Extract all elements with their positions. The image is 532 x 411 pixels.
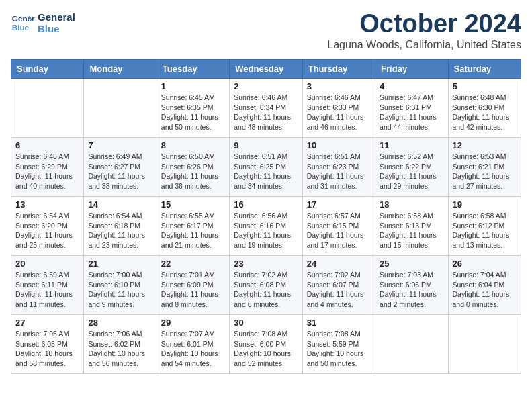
day-info: Sunrise: 6:54 AMSunset: 6:20 PMDaylight:…: [15, 211, 79, 250]
day-number: 10: [307, 140, 371, 150]
day-info: Sunrise: 6:55 AMSunset: 6:17 PMDaylight:…: [161, 211, 225, 250]
day-number: 16: [234, 199, 298, 210]
calendar-day-cell: 15Sunrise: 6:55 AMSunset: 6:17 PMDayligh…: [157, 197, 229, 256]
day-number: 27: [15, 318, 79, 328]
day-number: 2: [234, 81, 298, 91]
day-number: 18: [380, 199, 443, 210]
day-info: Sunrise: 6:53 AMSunset: 6:21 PMDaylight:…: [453, 152, 517, 191]
day-info: Sunrise: 6:46 AMSunset: 6:34 PMDaylight:…: [234, 93, 298, 132]
calendar-day-cell: 26Sunrise: 7:04 AMSunset: 6:04 PMDayligh…: [448, 256, 521, 315]
day-number: 8: [161, 140, 225, 150]
calendar-day-cell: 19Sunrise: 6:58 AMSunset: 6:12 PMDayligh…: [448, 197, 521, 256]
day-info: Sunrise: 6:51 AMSunset: 6:25 PMDaylight:…: [234, 152, 298, 191]
day-info: Sunrise: 7:06 AMSunset: 6:02 PMDaylight:…: [88, 329, 152, 369]
day-info: Sunrise: 7:02 AMSunset: 6:07 PMDaylight:…: [307, 270, 371, 310]
day-info: Sunrise: 6:56 AMSunset: 6:16 PMDaylight:…: [234, 211, 298, 250]
calendar-day-cell: 2Sunrise: 6:46 AMSunset: 6:34 PMDaylight…: [230, 79, 302, 138]
calendar-day-cell: 3Sunrise: 6:46 AMSunset: 6:33 PMDaylight…: [302, 79, 375, 138]
calendar-day-cell: 4Sunrise: 6:47 AMSunset: 6:31 PMDaylight…: [375, 79, 448, 138]
day-info: Sunrise: 6:50 AMSunset: 6:26 PMDaylight:…: [161, 152, 225, 191]
calendar-day-cell: 18Sunrise: 6:58 AMSunset: 6:13 PMDayligh…: [375, 197, 448, 256]
day-number: 22: [161, 259, 225, 269]
calendar-week-row: 27Sunrise: 7:05 AMSunset: 6:03 PMDayligh…: [11, 315, 521, 374]
day-info: Sunrise: 6:45 AMSunset: 6:35 PMDaylight:…: [161, 93, 225, 132]
calendar-day-cell: 13Sunrise: 6:54 AMSunset: 6:20 PMDayligh…: [11, 197, 84, 256]
day-number: 28: [88, 318, 152, 328]
location-subtitle: Laguna Woods, California, United States: [327, 39, 521, 51]
day-number: 1: [161, 81, 225, 91]
logo: General Blue General Blue: [11, 11, 75, 35]
day-number: 15: [161, 199, 225, 210]
logo-blue: Blue: [38, 23, 75, 34]
day-number: 24: [307, 259, 371, 269]
day-number: 30: [234, 318, 298, 328]
title-block: October 2024 Laguna Woods, California, U…: [327, 11, 521, 51]
day-of-week-header: Tuesday: [157, 60, 229, 79]
day-of-week-header: Wednesday: [230, 60, 302, 79]
day-info: Sunrise: 6:47 AMSunset: 6:31 PMDaylight:…: [380, 93, 443, 132]
calendar-day-cell: 5Sunrise: 6:48 AMSunset: 6:30 PMDaylight…: [448, 79, 521, 138]
day-of-week-header: Monday: [84, 60, 157, 79]
calendar-day-cell: 23Sunrise: 7:02 AMSunset: 6:08 PMDayligh…: [230, 256, 302, 315]
day-info: Sunrise: 7:02 AMSunset: 6:08 PMDaylight:…: [234, 270, 298, 310]
day-number: 19: [453, 199, 517, 210]
calendar-day-cell: 8Sunrise: 6:50 AMSunset: 6:26 PMDaylight…: [157, 138, 229, 197]
day-number: 26: [453, 259, 517, 269]
calendar-header-row: SundayMondayTuesdayWednesdayThursdayFrid…: [11, 60, 521, 79]
day-info: Sunrise: 6:59 AMSunset: 6:11 PMDaylight:…: [15, 270, 79, 310]
day-number: 11: [380, 140, 443, 150]
calendar-day-cell: 28Sunrise: 7:06 AMSunset: 6:02 PMDayligh…: [84, 315, 157, 374]
month-title: October 2024: [327, 11, 521, 36]
calendar-day-cell: 30Sunrise: 7:08 AMSunset: 6:00 PMDayligh…: [230, 315, 302, 374]
day-number: 13: [15, 199, 79, 210]
calendar-day-cell: 12Sunrise: 6:53 AMSunset: 6:21 PMDayligh…: [448, 138, 521, 197]
calendar-table: SundayMondayTuesdayWednesdayThursdayFrid…: [11, 59, 521, 374]
calendar-day-cell: [84, 79, 157, 138]
calendar-day-cell: 29Sunrise: 7:07 AMSunset: 6:01 PMDayligh…: [157, 315, 229, 374]
day-info: Sunrise: 6:48 AMSunset: 6:30 PMDaylight:…: [453, 93, 517, 132]
day-number: 12: [453, 140, 517, 150]
calendar-day-cell: 1Sunrise: 6:45 AMSunset: 6:35 PMDaylight…: [157, 79, 229, 138]
day-info: Sunrise: 6:51 AMSunset: 6:23 PMDaylight:…: [307, 152, 371, 191]
day-info: Sunrise: 7:08 AMSunset: 5:59 PMDaylight:…: [307, 329, 371, 369]
calendar-week-row: 1Sunrise: 6:45 AMSunset: 6:35 PMDaylight…: [11, 79, 521, 138]
calendar-day-cell: 25Sunrise: 7:03 AMSunset: 6:06 PMDayligh…: [375, 256, 448, 315]
calendar-day-cell: 6Sunrise: 6:48 AMSunset: 6:29 PMDaylight…: [11, 138, 84, 197]
day-number: 25: [380, 259, 443, 269]
day-info: Sunrise: 7:00 AMSunset: 6:10 PMDaylight:…: [88, 270, 152, 310]
calendar-day-cell: 22Sunrise: 7:01 AMSunset: 6:09 PMDayligh…: [157, 256, 229, 315]
calendar-day-cell: 31Sunrise: 7:08 AMSunset: 5:59 PMDayligh…: [302, 315, 375, 374]
calendar-day-cell: [11, 79, 84, 138]
day-number: 21: [88, 259, 152, 269]
day-of-week-header: Thursday: [302, 60, 375, 79]
svg-text:Blue: Blue: [12, 23, 30, 32]
page-header: General Blue General Blue October 2024 L…: [11, 11, 521, 51]
day-number: 23: [234, 259, 298, 269]
calendar-day-cell: 11Sunrise: 6:52 AMSunset: 6:22 PMDayligh…: [375, 138, 448, 197]
day-info: Sunrise: 7:08 AMSunset: 6:00 PMDaylight:…: [234, 329, 298, 369]
day-info: Sunrise: 6:58 AMSunset: 6:13 PMDaylight:…: [380, 211, 443, 250]
calendar-week-row: 20Sunrise: 6:59 AMSunset: 6:11 PMDayligh…: [11, 256, 521, 315]
day-info: Sunrise: 6:57 AMSunset: 6:15 PMDaylight:…: [307, 211, 371, 250]
calendar-day-cell: 20Sunrise: 6:59 AMSunset: 6:11 PMDayligh…: [11, 256, 84, 315]
day-info: Sunrise: 7:01 AMSunset: 6:09 PMDaylight:…: [161, 270, 225, 310]
calendar-day-cell: 21Sunrise: 7:00 AMSunset: 6:10 PMDayligh…: [84, 256, 157, 315]
day-number: 31: [307, 318, 371, 328]
day-of-week-header: Saturday: [448, 60, 521, 79]
day-number: 14: [88, 199, 152, 210]
day-info: Sunrise: 6:52 AMSunset: 6:22 PMDaylight:…: [380, 152, 443, 191]
calendar-day-cell: 7Sunrise: 6:49 AMSunset: 6:27 PMDaylight…: [84, 138, 157, 197]
calendar-day-cell: 16Sunrise: 6:56 AMSunset: 6:16 PMDayligh…: [230, 197, 302, 256]
day-info: Sunrise: 6:48 AMSunset: 6:29 PMDaylight:…: [15, 152, 79, 191]
logo-general: General: [38, 11, 75, 23]
day-number: 4: [380, 81, 443, 91]
day-info: Sunrise: 6:54 AMSunset: 6:18 PMDaylight:…: [88, 211, 152, 250]
calendar-day-cell: 10Sunrise: 6:51 AMSunset: 6:23 PMDayligh…: [302, 138, 375, 197]
day-number: 20: [15, 259, 79, 269]
calendar-week-row: 6Sunrise: 6:48 AMSunset: 6:29 PMDaylight…: [11, 138, 521, 197]
logo-icon: General Blue: [11, 11, 35, 35]
day-of-week-header: Sunday: [11, 60, 84, 79]
day-number: 6: [15, 140, 79, 150]
day-of-week-header: Friday: [375, 60, 448, 79]
calendar-day-cell: 14Sunrise: 6:54 AMSunset: 6:18 PMDayligh…: [84, 197, 157, 256]
